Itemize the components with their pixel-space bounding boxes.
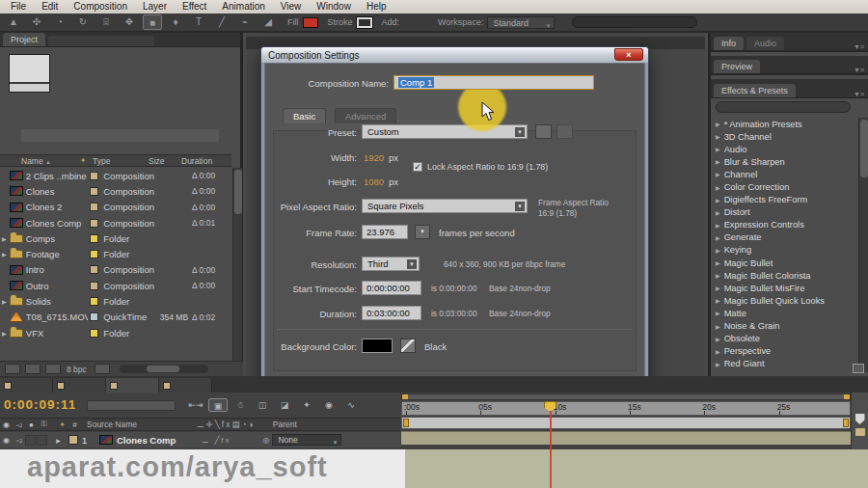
parent-pickwhip-icon[interactable]: ◎ [259, 436, 272, 445]
project-row[interactable]: Footage Folder [0, 246, 231, 261]
expand-arrow-icon[interactable] [0, 298, 10, 305]
project-row[interactable]: Clones Composition Δ 0:00 [0, 183, 231, 199]
project-row[interactable]: Clones Comp Composition Δ 0:01 [0, 215, 231, 230]
effects-category-item[interactable]: Red Giant [711, 358, 857, 370]
mini-flowchart-icon[interactable]: ⇤⇥ [186, 398, 205, 412]
effects-category-item[interactable]: Noise & Grain [711, 320, 857, 333]
composition-name-input[interactable]: Comp 1 [393, 75, 594, 90]
workspace-select[interactable]: Standard [487, 16, 555, 29]
tab-info[interactable]: Info [714, 37, 744, 50]
menu-help[interactable]: Help [359, 0, 394, 14]
menu-window[interactable]: Window [309, 0, 359, 14]
panel-resize-icon[interactable] [853, 364, 864, 373]
timeline-comp-tab[interactable] [106, 378, 159, 393]
expand-arrow-icon[interactable] [0, 251, 10, 258]
rotate-tool-icon[interactable]: ↻ [73, 14, 93, 30]
menu-effect[interactable]: Effect [175, 0, 214, 14]
comp-marker-icon[interactable] [855, 414, 865, 424]
delete-preset-icon[interactable] [556, 124, 573, 139]
timeline-comp-tab[interactable] [53, 378, 106, 393]
work-area-start-handle[interactable] [403, 419, 409, 427]
project-search-input[interactable] [21, 129, 219, 142]
current-timecode[interactable]: 0:00:09:11 [4, 397, 76, 412]
panel-menu-icon[interactable]: ▼≡ [854, 91, 864, 97]
menu-file[interactable]: File [3, 0, 34, 14]
label-color-swatch[interactable] [90, 265, 98, 274]
dialog-title[interactable]: Composition Settings [261, 47, 648, 63]
expand-arrow-icon[interactable] [0, 235, 10, 242]
project-row[interactable]: T08_6715.MOV QuickTime 354 MB Δ 0:02 [0, 310, 231, 325]
layer-expand-arrow-icon[interactable]: ▶ [52, 437, 65, 444]
shape-tool-icon[interactable]: ■ [143, 14, 162, 30]
eraser-tool-icon[interactable]: ◢ [258, 14, 278, 30]
comp-button-icon[interactable] [855, 428, 865, 436]
frame-blending-icon[interactable]: ◫ [253, 398, 272, 412]
type-tool-icon[interactable]: T [189, 14, 208, 30]
eyedropper-icon[interactable] [400, 339, 416, 353]
parent-select[interactable]: None [272, 434, 341, 446]
bit-depth-label[interactable]: 8 bpc [67, 365, 87, 374]
effects-category-item[interactable]: Blur & Sharpen [711, 155, 857, 168]
label-color-swatch[interactable] [90, 282, 98, 290]
label-color-column-icon[interactable]: ✦ [75, 156, 91, 165]
source-name-column[interactable]: Source Name [87, 420, 137, 429]
effects-category-item[interactable]: Color Correction [711, 180, 857, 193]
project-row[interactable]: Outro Composition Δ 0:00 [0, 278, 231, 293]
frame-rate-input[interactable]: 23.976 [362, 225, 408, 239]
column-duration[interactable]: Duration [181, 156, 224, 166]
tab-preview[interactable]: Preview [714, 60, 760, 73]
effects-search-input[interactable] [716, 101, 851, 113]
menu-animation[interactable]: Animation [214, 0, 272, 14]
tab-effect-controls[interactable] [48, 36, 154, 46]
tab-basic[interactable]: Basic [283, 108, 326, 123]
effects-scrollbar[interactable] [858, 118, 868, 372]
column-name[interactable]: Name [0, 156, 75, 166]
lock-aspect-checkbox[interactable]: ✓ [413, 162, 422, 172]
start-timecode-input[interactable]: 0:00:00:00 [362, 281, 421, 295]
tab-advanced[interactable]: Advanced [335, 108, 396, 123]
motion-blur-icon[interactable]: ◪ [275, 398, 294, 412]
new-composition-icon[interactable] [45, 364, 61, 374]
column-type[interactable]: Type [91, 156, 149, 166]
project-row[interactable]: VFX Folder [0, 325, 231, 340]
panel-menu-icon[interactable]: ▼≡ [854, 67, 864, 73]
project-row[interactable]: 2 Clips ..mbine Composition Δ 0:00 [0, 168, 231, 183]
timeline-search-input[interactable] [87, 400, 176, 411]
graph-editor-icon[interactable]: ∿ [341, 398, 361, 412]
effects-category-item[interactable]: Keying [711, 244, 857, 257]
layer-color-swatch[interactable] [68, 435, 78, 445]
lock-toggle[interactable] [37, 435, 47, 446]
label-color-swatch[interactable] [90, 219, 98, 228]
label-color-swatch[interactable] [90, 297, 98, 306]
trash-icon[interactable] [95, 364, 110, 374]
tab-project[interactable]: Project [3, 33, 45, 46]
column-size[interactable]: Size [149, 156, 181, 166]
panel-menu-icon[interactable]: ▼≡ [854, 43, 864, 50]
effects-category-item[interactable]: Digieffects FreeForm [711, 194, 857, 206]
interpret-footage-icon[interactable] [5, 364, 20, 374]
project-row[interactable]: Solids Folder [0, 293, 231, 309]
zoom-tool-icon[interactable]: ◔ [50, 14, 69, 30]
effects-category-item[interactable]: Perspective [711, 345, 857, 358]
parent-column[interactable]: Parent [273, 420, 297, 429]
tab-audio[interactable]: Audio [746, 37, 784, 50]
layer-name[interactable]: Clones Comp [117, 435, 202, 446]
layer-row[interactable]: ◉ ◅ ▶ 1 Clones Comp ⚊ ╱fx ◎ None [0, 432, 400, 447]
project-row[interactable]: Comps Folder [0, 230, 231, 246]
effects-category-item[interactable]: Audio [711, 143, 857, 155]
layer-duration-bar[interactable] [401, 431, 851, 445]
fill-color-swatch[interactable] [303, 17, 318, 28]
label-color-swatch[interactable] [90, 203, 98, 211]
label-color-swatch[interactable] [90, 329, 98, 338]
new-folder-icon[interactable] [25, 364, 41, 374]
draft3d-icon[interactable]: ▣ [208, 398, 228, 412]
pan-behind-tool-icon[interactable]: ✥ [120, 14, 139, 30]
menu-layer[interactable]: Layer [135, 0, 175, 14]
effects-category-item[interactable]: Obsolete [711, 333, 857, 345]
timeline-comp-tab[interactable] [159, 378, 212, 393]
project-hscrollbar[interactable] [120, 365, 208, 373]
toolbar-search-input[interactable] [572, 16, 697, 28]
menu-edit[interactable]: Edit [34, 0, 66, 14]
pen-tool-icon[interactable]: ♦ [166, 14, 185, 30]
stroke-color-swatch[interactable] [357, 17, 372, 28]
